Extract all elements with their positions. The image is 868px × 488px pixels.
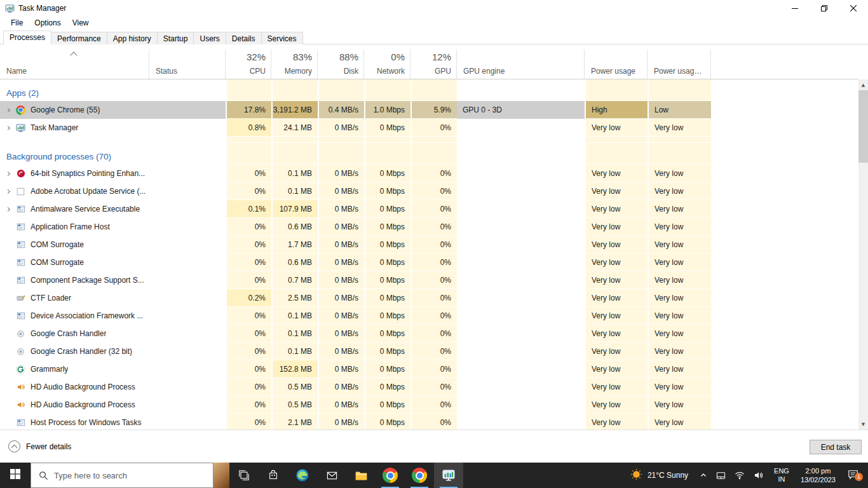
scroll-down-arrow-icon[interactable]: ▼: [858, 419, 868, 430]
taskbar-task-view-button[interactable]: [229, 463, 259, 488]
process-row[interactable]: COM Surrogate0%1.7 MB0 MB/s0 Mbps0%Very …: [0, 236, 711, 254]
column-header-status[interactable]: Status: [149, 50, 226, 79]
expand-chevron-icon[interactable]: [6, 171, 10, 175]
status-cell: [149, 414, 226, 430]
power-usage-trend-cell: Very low: [648, 396, 711, 414]
expand-chevron-icon[interactable]: [6, 207, 10, 211]
process-row[interactable]: HD Audio Background Process0%0.5 MB0 MB/…: [0, 378, 711, 396]
disk-cell: 0 MB/s: [318, 325, 364, 342]
taskbar-chrome-button[interactable]: [376, 463, 405, 488]
column-header-name[interactable]: Name: [0, 50, 149, 79]
search-highlight-image[interactable]: [214, 463, 229, 488]
menu-file[interactable]: File: [5, 17, 29, 29]
restore-button[interactable]: [810, 0, 839, 17]
power-usage-trend-cell: Very low: [648, 254, 711, 271]
taskbar-task-manager-button[interactable]: [434, 463, 463, 488]
taskbar-search-box[interactable]: [31, 463, 214, 488]
process-row[interactable]: Component Package Support S...0%0.7 MB0 …: [0, 271, 711, 289]
process-row[interactable]: CTF Loader0.2%2.5 MB0 MB/s0 Mbps0%Very l…: [0, 289, 711, 307]
status-cell: [149, 342, 226, 360]
network-cell: 0 Mbps: [364, 182, 410, 200]
process-row[interactable]: Google Crash Handler0%0.1 MB0 MB/s0 Mbps…: [0, 325, 711, 342]
scrollbar-thumb[interactable]: [858, 90, 868, 163]
column-header-power[interactable]: Power usage: [585, 50, 648, 79]
process-name-cell: Grammarly: [0, 360, 149, 378]
network-cell: 0 Mbps: [364, 396, 410, 414]
search-input[interactable]: [54, 471, 213, 480]
process-row[interactable]: Device Association Framework ...0%0.1 MB…: [0, 307, 711, 325]
windows-app-icon: [15, 311, 26, 320]
task-manager-window: Task Manager FileOptionsView ProcessesPe…: [0, 0, 868, 463]
taskbar-edge-button[interactable]: [288, 463, 317, 488]
cpu-cell: 0%: [226, 165, 271, 182]
column-header-power_trend[interactable]: Power usage t...: [648, 50, 711, 79]
column-header-memory[interactable]: 83%Memory: [271, 50, 318, 79]
clock[interactable]: 2:00 pm 13/02/2023: [795, 466, 841, 484]
action-center-button[interactable]: 1: [841, 468, 868, 483]
close-button[interactable]: [839, 0, 868, 17]
expand-chevron-icon[interactable]: [6, 107, 10, 112]
column-header-disk[interactable]: 88%Disk: [318, 50, 364, 79]
windows-logo-icon: [10, 469, 20, 482]
cpu-cell: 0%: [226, 360, 271, 378]
tab-performance[interactable]: Performance: [51, 32, 107, 44]
tab-app-history[interactable]: App history: [107, 32, 158, 44]
start-button[interactable]: [0, 463, 31, 488]
end-task-button[interactable]: End task: [810, 440, 862, 454]
taskbar-chrome-button[interactable]: [405, 463, 434, 488]
process-group-header[interactable]: Apps (2): [0, 79, 711, 101]
gpu-cell: 0%: [410, 254, 457, 271]
memory-cell: 0.6 MB: [271, 254, 318, 271]
process-row[interactable]: Antimalware Service Executable0.1%107.9 …: [0, 200, 711, 218]
process-row[interactable]: Adobe Acrobat Update Service (...0%0.1 M…: [0, 182, 711, 200]
taskbar: 21°C Sunny ENG IN 2:00 pm 13/02/2023 1: [0, 463, 868, 488]
process-row[interactable]: Grammarly0%152.8 MB0 MB/s0 Mbps0%Very lo…: [0, 360, 711, 378]
gpu-engine-cell: [457, 396, 585, 414]
volume-button[interactable]: [749, 470, 768, 480]
title-bar[interactable]: Task Manager: [0, 0, 868, 17]
process-group-header[interactable]: Background processes (70): [0, 143, 711, 165]
tab-processes[interactable]: Processes: [3, 30, 51, 44]
taskbar-microsoft-store-button[interactable]: [259, 463, 288, 488]
process-name-cell: HD Audio Background Process: [0, 378, 149, 396]
tab-services[interactable]: Services: [261, 32, 303, 44]
cpu-cell: 0%: [226, 307, 271, 325]
process-row[interactable]: Task Manager0.8%24.1 MB0 MB/s0 Mbps0%Ver…: [0, 119, 711, 137]
taskbar-mail-button[interactable]: [317, 463, 346, 488]
taskbar-file-explorer-button[interactable]: [346, 463, 376, 488]
minimize-button[interactable]: [780, 0, 810, 17]
column-header-gpu[interactable]: 12%GPU: [410, 50, 457, 79]
windows-app-icon: [15, 258, 26, 267]
process-row[interactable]: Application Frame Host0%0.6 MB0 MB/s0 Mb…: [0, 218, 711, 236]
language-indicator[interactable]: ENG IN: [768, 467, 795, 484]
memory-cell: 0.1 MB: [271, 325, 318, 342]
process-row[interactable]: Google Chrome (55)17.8%3,191.2 MB0.4 MB/…: [0, 101, 711, 119]
touchpad-button[interactable]: [712, 471, 730, 480]
network-cell: 0 Mbps: [364, 360, 410, 378]
process-row[interactable]: Google Crash Handler (32 bit)0%0.1 MB0 M…: [0, 342, 711, 360]
scroll-up-arrow-icon[interactable]: ▲: [858, 79, 868, 90]
tab-users[interactable]: Users: [193, 32, 226, 44]
tab-details[interactable]: Details: [226, 32, 262, 44]
hiddens-chevron-icon-button[interactable]: [695, 471, 712, 479]
column-header-network[interactable]: 0%Network: [364, 50, 410, 79]
process-row[interactable]: 64-bit Synaptics Pointing Enhan...0%0.1 …: [0, 165, 711, 182]
column-header-gpu_engine[interactable]: GPU engine: [457, 50, 585, 79]
expand-chevron-icon[interactable]: [6, 189, 10, 193]
column-header-cpu[interactable]: 32%CPU: [226, 50, 271, 79]
weather-widget[interactable]: 21°C Sunny: [623, 468, 695, 482]
tab-startup[interactable]: Startup: [157, 32, 194, 44]
expand-chevron-icon[interactable]: [6, 125, 10, 130]
menu-view[interactable]: View: [67, 17, 95, 29]
disk-cell: 0 MB/s: [318, 218, 364, 236]
menu-options[interactable]: Options: [29, 17, 66, 29]
process-row[interactable]: COM Surrogate0%0.6 MB0 MB/s0 Mbps0%Very …: [0, 254, 711, 271]
network-cell: 0 Mbps: [364, 218, 410, 236]
process-name: COM Surrogate: [31, 240, 84, 249]
memory-cell: 1.7 MB: [271, 236, 318, 254]
fewer-details-toggle[interactable]: Fewer details: [8, 440, 71, 452]
process-row[interactable]: HD Audio Background Process0%0.5 MB0 MB/…: [0, 396, 711, 414]
vertical-scrollbar[interactable]: ▲ ▼: [858, 79, 868, 430]
wifi-button[interactable]: [730, 470, 749, 480]
process-row[interactable]: Host Process for Windows Tasks0%2.1 MB0 …: [0, 414, 711, 430]
